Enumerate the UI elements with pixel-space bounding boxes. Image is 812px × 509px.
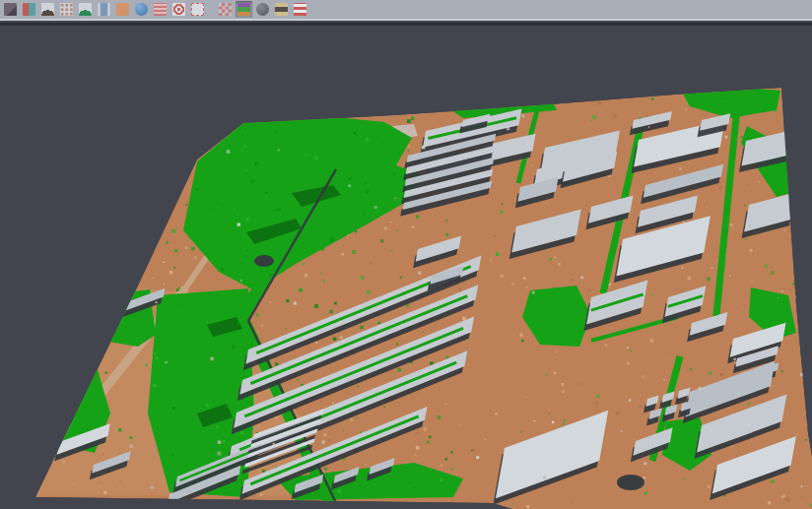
mesh-icon-glyph bbox=[79, 3, 92, 16]
measure-icon-glyph bbox=[275, 3, 288, 16]
points-icon[interactable] bbox=[58, 1, 75, 18]
mesh-icon[interactable] bbox=[77, 1, 94, 18]
selection-icon-glyph bbox=[191, 3, 204, 16]
sphere-icon[interactable] bbox=[254, 1, 271, 18]
globe-icon[interactable] bbox=[133, 1, 150, 18]
globe-icon-glyph bbox=[135, 3, 148, 16]
terrain-icon-glyph bbox=[41, 3, 54, 16]
checker-icon-glyph bbox=[219, 3, 232, 16]
markers-icon-glyph bbox=[23, 3, 35, 16]
terrain-icon[interactable] bbox=[39, 1, 56, 18]
measure-icon[interactable] bbox=[273, 1, 290, 18]
flag-icon-glyph bbox=[294, 3, 306, 16]
texture-icon[interactable] bbox=[114, 1, 131, 18]
points-icon-glyph bbox=[60, 3, 73, 16]
target-icon-glyph bbox=[172, 3, 185, 16]
panel-icon-glyph bbox=[98, 3, 110, 16]
toolbar bbox=[0, 0, 812, 21]
photo-icon[interactable] bbox=[2, 1, 19, 18]
toolbar-separator bbox=[0, 23, 812, 26]
panel-icon[interactable] bbox=[96, 1, 112, 18]
photo-icon-glyph bbox=[4, 3, 17, 16]
checker-icon[interactable] bbox=[217, 1, 234, 18]
list-icon-glyph bbox=[154, 3, 167, 16]
markers-icon[interactable] bbox=[21, 1, 37, 18]
sphere-icon-glyph bbox=[256, 3, 269, 16]
viewport-3d[interactable] bbox=[0, 0, 812, 509]
flag-icon[interactable] bbox=[292, 1, 308, 18]
texture-icon-glyph bbox=[116, 3, 129, 16]
classification-icon[interactable] bbox=[236, 1, 252, 18]
list-icon[interactable] bbox=[152, 1, 169, 18]
target-icon[interactable] bbox=[170, 1, 187, 18]
app-window bbox=[0, 0, 812, 509]
selection-icon[interactable] bbox=[189, 1, 206, 18]
classification-icon-glyph bbox=[237, 3, 250, 16]
